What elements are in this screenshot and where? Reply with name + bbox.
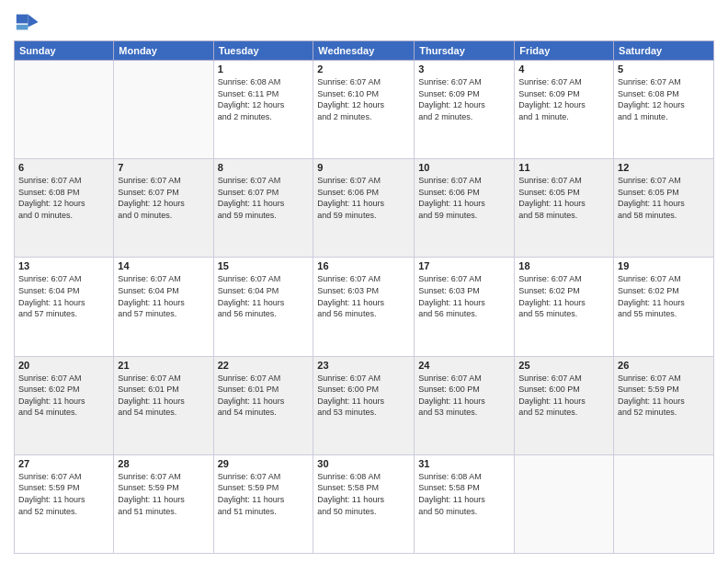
day-number: 8: [218, 162, 310, 173]
day-number: 29: [218, 458, 310, 469]
day-number: 26: [618, 360, 710, 371]
weekday-header: Monday: [114, 41, 213, 61]
cell-content: Sunrise: 6:07 AM Sunset: 6:06 PM Dayligh…: [317, 175, 410, 221]
weekday-header: Tuesday: [213, 41, 313, 61]
day-number: 1: [218, 63, 310, 75]
weekday-header: Saturday: [614, 41, 714, 61]
day-number: 9: [317, 162, 410, 173]
weekday-header: Thursday: [415, 41, 515, 61]
calendar-cell: 3Sunrise: 6:07 AM Sunset: 6:09 PM Daylig…: [415, 61, 515, 159]
day-number: 3: [418, 63, 510, 75]
cell-content: Sunrise: 6:07 AM Sunset: 6:02 PM Dayligh…: [518, 273, 609, 319]
calendar-cell: 14Sunrise: 6:07 AM Sunset: 6:04 PM Dayli…: [114, 258, 213, 356]
cell-content: Sunrise: 6:08 AM Sunset: 6:11 PM Dayligh…: [218, 76, 310, 122]
calendar-cell: 18Sunrise: 6:07 AM Sunset: 6:02 PM Dayli…: [515, 258, 614, 356]
calendar-row: 13Sunrise: 6:07 AM Sunset: 6:04 PM Dayli…: [15, 258, 714, 356]
day-number: 11: [518, 162, 609, 173]
calendar-body: 1Sunrise: 6:08 AM Sunset: 6:11 PM Daylig…: [15, 61, 714, 554]
calendar-cell: 5Sunrise: 6:07 AM Sunset: 6:08 PM Daylig…: [614, 61, 714, 159]
cell-content: Sunrise: 6:07 AM Sunset: 5:59 PM Dayligh…: [618, 373, 710, 419]
calendar-cell: 24Sunrise: 6:07 AM Sunset: 6:00 PM Dayli…: [415, 356, 515, 454]
calendar-cell: 25Sunrise: 6:07 AM Sunset: 6:00 PM Dayli…: [515, 356, 614, 454]
cell-content: Sunrise: 6:07 AM Sunset: 6:01 PM Dayligh…: [118, 373, 209, 419]
day-number: 31: [418, 458, 510, 469]
calendar-cell: 2Sunrise: 6:07 AM Sunset: 6:10 PM Daylig…: [313, 61, 415, 159]
cell-content: Sunrise: 6:07 AM Sunset: 6:00 PM Dayligh…: [418, 373, 510, 419]
calendar-cell: 11Sunrise: 6:07 AM Sunset: 6:05 PM Dayli…: [515, 159, 614, 258]
calendar-cell: 13Sunrise: 6:07 AM Sunset: 6:04 PM Dayli…: [15, 258, 114, 356]
day-number: 18: [518, 260, 609, 271]
calendar-cell: 1Sunrise: 6:08 AM Sunset: 6:11 PM Daylig…: [213, 61, 313, 159]
calendar-row: 27Sunrise: 6:07 AM Sunset: 5:59 PM Dayli…: [15, 454, 714, 553]
day-number: 17: [418, 260, 510, 271]
calendar-cell: 16Sunrise: 6:07 AM Sunset: 6:03 PM Dayli…: [313, 258, 415, 356]
weekday-header: Wednesday: [313, 41, 415, 61]
cell-content: Sunrise: 6:07 AM Sunset: 6:07 PM Dayligh…: [218, 175, 310, 221]
day-number: 16: [317, 260, 410, 271]
day-number: 15: [218, 260, 310, 271]
header: [14, 9, 714, 35]
day-number: 12: [618, 162, 710, 173]
cell-content: Sunrise: 6:07 AM Sunset: 6:07 PM Dayligh…: [118, 175, 209, 221]
calendar-cell: 20Sunrise: 6:07 AM Sunset: 6:02 PM Dayli…: [15, 356, 114, 454]
cell-content: Sunrise: 6:07 AM Sunset: 6:10 PM Dayligh…: [317, 76, 410, 122]
cell-content: Sunrise: 6:07 AM Sunset: 6:09 PM Dayligh…: [518, 76, 609, 122]
calendar-cell: [515, 454, 614, 553]
cell-content: Sunrise: 6:07 AM Sunset: 6:03 PM Dayligh…: [418, 273, 510, 319]
day-number: 10: [418, 162, 510, 173]
cell-content: Sunrise: 6:07 AM Sunset: 6:08 PM Dayligh…: [18, 175, 109, 221]
calendar-cell: 15Sunrise: 6:07 AM Sunset: 6:04 PM Dayli…: [213, 258, 313, 356]
calendar-row: 20Sunrise: 6:07 AM Sunset: 6:02 PM Dayli…: [15, 356, 714, 454]
day-number: 24: [418, 360, 510, 371]
calendar-cell: 10Sunrise: 6:07 AM Sunset: 6:06 PM Dayli…: [415, 159, 515, 258]
cell-content: Sunrise: 6:07 AM Sunset: 5:59 PM Dayligh…: [18, 471, 109, 517]
calendar-cell: 8Sunrise: 6:07 AM Sunset: 6:07 PM Daylig…: [213, 159, 313, 258]
page: SundayMondayTuesdayWednesdayThursdayFrid…: [0, 0, 728, 563]
calendar-cell: [15, 61, 114, 159]
calendar-cell: 27Sunrise: 6:07 AM Sunset: 5:59 PM Dayli…: [15, 454, 114, 553]
cell-content: Sunrise: 6:07 AM Sunset: 6:06 PM Dayligh…: [418, 175, 510, 221]
calendar-header: SundayMondayTuesdayWednesdayThursdayFrid…: [15, 41, 714, 61]
calendar-row: 1Sunrise: 6:08 AM Sunset: 6:11 PM Daylig…: [15, 61, 714, 159]
calendar-cell: 21Sunrise: 6:07 AM Sunset: 6:01 PM Dayli…: [114, 356, 213, 454]
calendar-cell: 7Sunrise: 6:07 AM Sunset: 6:07 PM Daylig…: [114, 159, 213, 258]
cell-content: Sunrise: 6:07 AM Sunset: 6:00 PM Dayligh…: [317, 373, 410, 419]
calendar-cell: 4Sunrise: 6:07 AM Sunset: 6:09 PM Daylig…: [515, 61, 614, 159]
calendar-cell: [614, 454, 714, 553]
day-number: 2: [317, 63, 410, 75]
calendar-cell: [114, 61, 213, 159]
day-number: 22: [218, 360, 310, 371]
cell-content: Sunrise: 6:07 AM Sunset: 6:04 PM Dayligh…: [218, 273, 310, 319]
day-number: 5: [618, 63, 710, 75]
calendar-cell: 22Sunrise: 6:07 AM Sunset: 6:01 PM Dayli…: [213, 356, 313, 454]
day-number: 28: [118, 458, 209, 469]
day-number: 30: [317, 458, 410, 469]
cell-content: Sunrise: 6:07 AM Sunset: 5:59 PM Dayligh…: [118, 471, 209, 517]
day-number: 13: [18, 260, 109, 271]
calendar-cell: 12Sunrise: 6:07 AM Sunset: 6:05 PM Dayli…: [614, 159, 714, 258]
day-number: 25: [518, 360, 609, 371]
cell-content: Sunrise: 6:08 AM Sunset: 5:58 PM Dayligh…: [317, 471, 410, 517]
calendar-cell: 28Sunrise: 6:07 AM Sunset: 5:59 PM Dayli…: [114, 454, 213, 553]
calendar-cell: 26Sunrise: 6:07 AM Sunset: 5:59 PM Dayli…: [614, 356, 714, 454]
day-number: 23: [317, 360, 410, 371]
weekday-header: Friday: [515, 41, 614, 61]
weekday-header: Sunday: [15, 41, 114, 61]
logo: [14, 9, 43, 35]
calendar-cell: 6Sunrise: 6:07 AM Sunset: 6:08 PM Daylig…: [15, 159, 114, 258]
day-number: 14: [118, 260, 209, 271]
calendar-row: 6Sunrise: 6:07 AM Sunset: 6:08 PM Daylig…: [15, 159, 714, 258]
cell-content: Sunrise: 6:07 AM Sunset: 6:05 PM Dayligh…: [518, 175, 609, 221]
cell-content: Sunrise: 6:07 AM Sunset: 6:04 PM Dayligh…: [118, 273, 209, 319]
calendar-cell: 19Sunrise: 6:07 AM Sunset: 6:02 PM Dayli…: [614, 258, 714, 356]
cell-content: Sunrise: 6:07 AM Sunset: 6:02 PM Dayligh…: [618, 273, 710, 319]
cell-content: Sunrise: 6:07 AM Sunset: 6:01 PM Dayligh…: [218, 373, 310, 419]
cell-content: Sunrise: 6:07 AM Sunset: 6:03 PM Dayligh…: [317, 273, 410, 319]
day-number: 21: [118, 360, 209, 371]
calendar-table: SundayMondayTuesdayWednesdayThursdayFrid…: [14, 40, 714, 554]
logo-icon: [14, 9, 40, 35]
calendar-cell: 30Sunrise: 6:08 AM Sunset: 5:58 PM Dayli…: [313, 454, 415, 553]
day-number: 19: [618, 260, 710, 271]
svg-rect-2: [17, 15, 28, 24]
cell-content: Sunrise: 6:07 AM Sunset: 6:08 PM Dayligh…: [618, 76, 710, 122]
